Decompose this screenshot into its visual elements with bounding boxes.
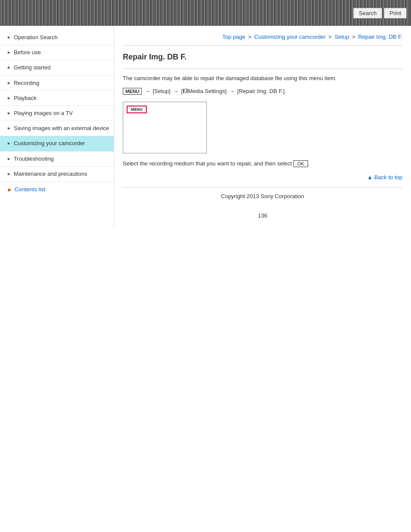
sidebar-item-label: Playing images on a TV <box>14 109 73 117</box>
arrow-sym-1: → <box>144 88 150 94</box>
page-layout: ► Operation Search ► Before use ► Gettin… <box>0 26 411 227</box>
sidebar-item-before-use[interactable]: ► Before use <box>0 45 114 60</box>
copyright: Copyright 2013 Sony Corporation <box>123 187 402 199</box>
sidebar-item-label: Getting started <box>14 64 50 72</box>
select-text: Select the recording medium that you wan… <box>123 160 402 167</box>
chevron-icon: ► <box>7 125 11 131</box>
sidebar-item-saving-images[interactable]: ► Saving images with an external device <box>0 121 114 136</box>
breadcrumb: Top page > Customizing your camcorder > … <box>123 30 402 46</box>
sidebar: ► Operation Search ► Before use ► Gettin… <box>0 26 114 227</box>
chevron-icon: ► <box>7 110 11 116</box>
triangle-icon: ▲ <box>367 174 373 180</box>
breadcrumb-setup[interactable]: Setup <box>335 34 349 40</box>
sidebar-item-playback[interactable]: ► Playback <box>0 91 114 106</box>
back-to-top-row: ▲ Back to top <box>123 174 402 180</box>
page-title: Repair Img. DB F. <box>123 53 402 62</box>
sidebar-item-label: Troubleshooting <box>14 155 54 163</box>
chevron-icon: ► <box>7 65 11 71</box>
search-button[interactable]: Search <box>353 8 382 19</box>
arrow-right-icon: ► <box>7 186 13 193</box>
sidebar-item-playing-images-tv[interactable]: ► Playing images on a TV <box>0 106 114 121</box>
main-content: Top page > Customizing your camcorder > … <box>114 26 411 227</box>
arrow-sym-2: → <box>173 88 179 94</box>
breadcrumb-current: Repair Img. DB F. <box>358 34 402 40</box>
chevron-icon: ► <box>7 140 11 146</box>
menu-step-3: [Repair Img. DB F.]. <box>237 88 286 94</box>
chevron-icon: ► <box>7 156 11 162</box>
menu-step-2: [🎞Media Settings] <box>181 88 227 94</box>
chevron-icon: ► <box>7 95 11 101</box>
breadcrumb-top[interactable]: Top page <box>222 34 246 40</box>
sidebar-item-maintenance[interactable]: ► Maintenance and precautions <box>0 167 114 182</box>
print-button[interactable]: Print <box>384 8 407 19</box>
ok-button-display: OK <box>293 160 308 167</box>
sidebar-item-troubleshooting[interactable]: ► Troubleshooting <box>0 152 114 167</box>
menu-command: MENU → [Setup] → [🎞Media Settings] → [Re… <box>123 88 402 95</box>
sidebar-item-label: Maintenance and precautions <box>14 170 87 178</box>
page-number: 136 <box>123 212 402 219</box>
chevron-icon: ► <box>7 80 11 86</box>
arrow-sym-3: → <box>229 88 235 94</box>
chevron-icon: ► <box>7 34 11 40</box>
sidebar-item-label: Customizing your camcorder <box>14 140 85 147</box>
screenshot-box: MENU <box>123 102 207 153</box>
sidebar-item-label: Recording <box>14 79 39 87</box>
chevron-icon: ► <box>7 171 11 177</box>
sidebar-item-label: Before use <box>14 49 41 56</box>
sidebar-item-label: Operation Search <box>14 34 58 41</box>
back-to-top-link[interactable]: ▲ Back to top <box>367 174 402 180</box>
contents-list-label: Contents list <box>15 186 46 193</box>
sidebar-item-customizing[interactable]: ► Customizing your camcorder <box>0 136 114 151</box>
intro-section: The camcorder may be able to repair the … <box>123 74 402 167</box>
chevron-icon: ► <box>7 50 11 56</box>
sidebar-item-recording[interactable]: ► Recording <box>0 76 114 91</box>
divider <box>123 68 402 69</box>
sidebar-item-getting-started[interactable]: ► Getting started <box>0 60 114 75</box>
sidebar-item-operation-search[interactable]: ► Operation Search <box>0 30 114 45</box>
sidebar-item-label: Saving images with an external device <box>14 124 109 132</box>
menu-step-1: [Setup] <box>153 88 170 94</box>
contents-list-link[interactable]: ► Contents list <box>0 182 114 197</box>
intro-text: The camcorder may be able to repair the … <box>123 74 402 83</box>
breadcrumb-customizing[interactable]: Customizing your camcorder <box>254 34 325 40</box>
back-to-top-label: Back to top <box>374 174 402 180</box>
menu-key: MENU <box>123 88 142 95</box>
header: Search Print <box>0 0 411 26</box>
screenshot-menu-btn: MENU <box>127 106 147 113</box>
sidebar-item-label: Playback <box>14 94 37 102</box>
